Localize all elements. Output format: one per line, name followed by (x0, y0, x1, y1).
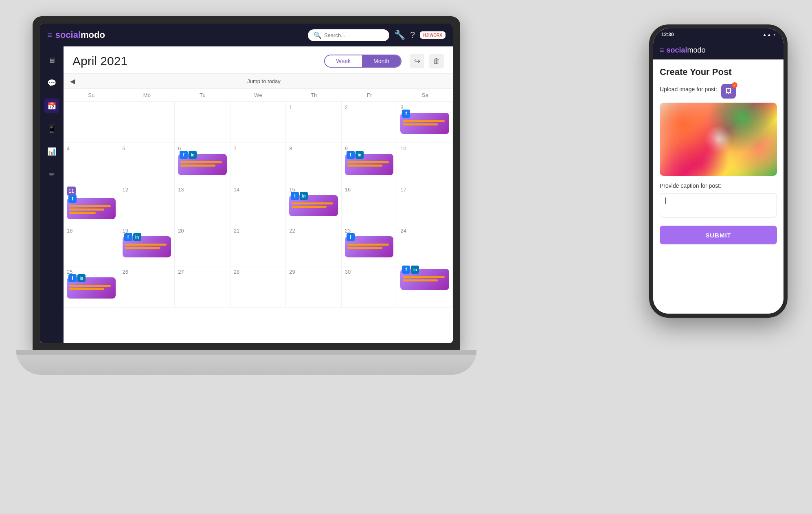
calendar-week-1: 1 2 3 f (64, 102, 453, 143)
day-th: Th (286, 90, 342, 100)
cell-24[interactable]: 24 (397, 225, 453, 266)
logo: ≡ socialmodo (47, 30, 303, 40)
cell-10[interactable]: 10 (397, 143, 453, 184)
event-line (347, 244, 389, 246)
cell-7[interactable]: 7 (230, 143, 286, 184)
upload-row: Upload image for post: 🖼 7 (660, 84, 777, 99)
sidebar-item-desktop[interactable]: 🖥 (44, 53, 59, 68)
event-card-9[interactable]: f in (345, 154, 394, 175)
month-view-button[interactable]: Month (362, 55, 401, 67)
cell-27[interactable]: 27 (175, 266, 230, 307)
view-toggle: Week Month (324, 55, 402, 68)
cell-5[interactable]: 5 (119, 143, 175, 184)
food-image (660, 103, 777, 176)
sidebar-item-messages[interactable]: 💬 (44, 76, 59, 90)
date-8: 8 (289, 145, 338, 152)
event-line (69, 212, 96, 214)
date-14: 14 (234, 187, 283, 193)
search-bar[interactable]: 🔍 (308, 29, 389, 41)
delete-icon[interactable]: 🗑 (429, 54, 444, 68)
event-card-6[interactable]: f in (178, 154, 227, 175)
event-card-25[interactable]: f in (67, 277, 116, 299)
event-card-3[interactable]: f (400, 113, 449, 134)
jump-today-button[interactable]: Jump to today (78, 78, 450, 84)
event-line (347, 247, 382, 249)
event-card-11[interactable]: f (67, 198, 116, 219)
li-icon: in (189, 151, 197, 159)
cell-20[interactable]: 20 (175, 225, 230, 266)
share-icon[interactable]: ↪ (410, 54, 424, 68)
caption-textarea[interactable]: │ (660, 193, 777, 217)
laptop-base (16, 350, 476, 375)
laptop-hinge (16, 350, 476, 355)
cell-6[interactable]: 6 f in (175, 143, 230, 184)
fb-icon: f (68, 195, 77, 203)
event-line (347, 161, 389, 163)
cell-16[interactable]: 16 (342, 184, 397, 225)
submit-button[interactable]: SUBMIT (660, 226, 777, 244)
cell-11[interactable]: 11 f (64, 184, 119, 225)
prev-month-button[interactable]: ◀ (67, 75, 78, 87)
fb-icon: f (124, 233, 132, 241)
cell-18[interactable]: 18 (64, 225, 119, 266)
cell-2[interactable]: 2 (342, 102, 397, 143)
phone-status-bar: 12:30 ▲▲ ▪ (653, 29, 783, 41)
event-card-19[interactable]: f in (123, 236, 171, 257)
month-title: April 2021 (72, 54, 316, 68)
cell-1[interactable]: 1 (286, 102, 342, 143)
date-29: 29 (289, 269, 338, 275)
cell-empty-3 (175, 102, 230, 143)
calendar-week-2: 4 5 6 f (64, 143, 453, 184)
cell-17[interactable]: 17 (397, 184, 453, 225)
cell-overflow[interactable]: f in (397, 266, 453, 307)
cell-26[interactable]: 26 (119, 266, 175, 307)
upload-button[interactable]: 🖼 7 (721, 84, 736, 99)
li-icon: in (411, 266, 419, 274)
event-line (180, 165, 215, 167)
fb-icon: f (402, 266, 410, 274)
date-28: 28 (234, 269, 283, 275)
phone-topbar: ≡ socialmodo (653, 41, 783, 59)
sidebar-item-edit[interactable]: ✏ (44, 167, 59, 182)
event-line (403, 123, 438, 125)
event-card-overflow[interactable]: f in (400, 269, 449, 290)
days-header: Su Mo Tu We Th Fr Sa (64, 89, 453, 102)
cell-29[interactable]: 29 (286, 266, 342, 307)
cell-9[interactable]: 9 f in (342, 143, 397, 184)
tools-icon[interactable]: 🔧 (394, 30, 405, 40)
date-16: 16 (345, 187, 394, 193)
date-21: 21 (234, 228, 283, 234)
event-card-23[interactable]: f (345, 236, 394, 257)
date-26: 26 (123, 269, 171, 275)
upload-label: Upload image for post: (660, 86, 717, 92)
cell-14[interactable]: 14 (230, 184, 286, 225)
day-mo: Mo (119, 90, 175, 100)
event-line (292, 206, 327, 208)
cell-28[interactable]: 28 (230, 266, 286, 307)
cell-23[interactable]: 23 f (342, 225, 397, 266)
caption-section: Provide caption for post: │ SUBMIT (660, 182, 777, 244)
cell-21[interactable]: 21 (230, 225, 286, 266)
cell-13[interactable]: 13 (175, 184, 230, 225)
date-5: 5 (123, 145, 171, 152)
sidebar-item-calendar[interactable]: 📅 (44, 99, 59, 113)
event-card-15[interactable]: f in (289, 195, 338, 216)
week-view-button[interactable]: Week (325, 55, 362, 67)
day-we: We (230, 90, 286, 100)
cell-22[interactable]: 22 (286, 225, 342, 266)
sidebar-item-mobile[interactable]: 📱 (44, 121, 59, 136)
fb-icon: f (347, 233, 355, 241)
cell-15[interactable]: 15 f in (286, 184, 342, 225)
fb-icon: f (402, 110, 410, 118)
cell-8[interactable]: 8 (286, 143, 342, 184)
sidebar-item-analytics[interactable]: 📊 (44, 144, 59, 159)
help-icon[interactable]: ? (410, 30, 415, 40)
cell-3[interactable]: 3 f (397, 102, 453, 143)
cell-19[interactable]: 19 f in (119, 225, 175, 266)
cell-4[interactable]: 4 (64, 143, 119, 184)
search-input[interactable] (324, 32, 384, 38)
cell-30[interactable]: 30 (342, 266, 397, 307)
fb-icon: f (68, 274, 77, 282)
cell-25[interactable]: 25 f in (64, 266, 119, 307)
cell-12[interactable]: 12 (119, 184, 175, 225)
